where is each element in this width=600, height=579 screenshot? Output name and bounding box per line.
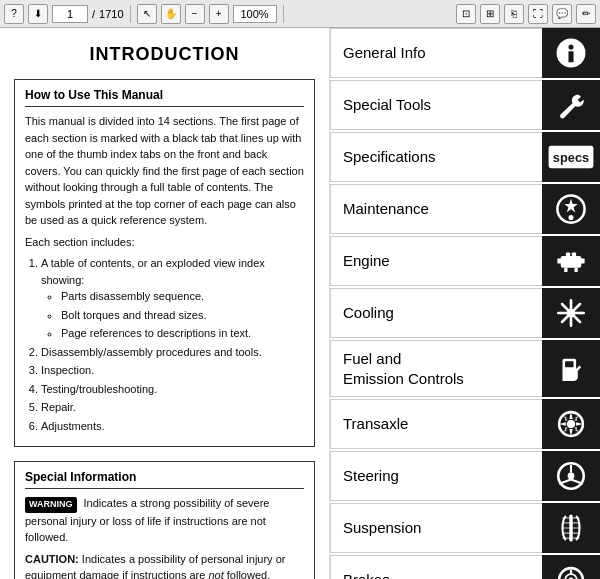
sidebar-icon-engine xyxy=(542,236,600,286)
sidebar-item-cooling[interactable]: Cooling xyxy=(330,288,600,340)
list-item-5: Repair. xyxy=(41,399,304,416)
sidebar-item-suspension[interactable]: Suspension xyxy=(330,503,600,555)
specs-icon: specs xyxy=(546,145,596,169)
sidebar-label-fuel-emission: Fuel andEmission Controls xyxy=(330,340,542,397)
download-button[interactable]: ⬇ xyxy=(28,4,48,24)
special-info-section: Special Information WARNING Indicates a … xyxy=(14,461,315,579)
sidebar-label-engine: Engine xyxy=(330,236,542,286)
svg-rect-11 xyxy=(580,258,584,263)
sidebar-label-suspension: Suspension xyxy=(330,503,542,553)
sidebar-item-special-tools[interactable]: Special Tools xyxy=(330,80,600,132)
caution1-text: CAUTION: Indicates a possibility of pers… xyxy=(25,551,304,580)
brakes-icon xyxy=(554,563,588,579)
svg-rect-8 xyxy=(566,253,570,258)
warning-line: WARNING Indicates a strong possibility o… xyxy=(25,495,304,546)
svg-rect-13 xyxy=(574,268,577,272)
zoom-out-button[interactable]: − xyxy=(185,4,205,24)
sidebar-label-maintenance: Maintenance xyxy=(330,184,542,234)
content-panel: INTRODUCTION How to Use This Manual This… xyxy=(0,28,330,579)
sidebar-item-specifications[interactable]: Specifications specs xyxy=(330,132,600,184)
sub-item-3: Page references to descriptions in text. xyxy=(61,325,304,342)
sidebar-icon-specifications: specs xyxy=(542,132,600,182)
bookmark-button[interactable]: ⎗ xyxy=(504,4,524,24)
edit-button[interactable]: ✏ xyxy=(576,4,596,24)
separator-1 xyxy=(130,5,131,23)
sidebar-label-specifications: Specifications xyxy=(330,132,542,182)
list-item-2: Disassembly/assembly procedures and tool… xyxy=(41,344,304,361)
sidebar-label-steering: Steering xyxy=(330,451,542,501)
sidebar-icon-special-tools xyxy=(542,80,600,130)
sidebar-item-maintenance[interactable]: Maintenance xyxy=(330,184,600,236)
maintenance-icon xyxy=(554,192,588,226)
sidebar-label-general-info: General Info xyxy=(330,28,542,78)
sidebar-label-cooling: Cooling xyxy=(330,288,542,338)
svg-rect-10 xyxy=(557,258,561,263)
full-screen-button[interactable]: ⛶ xyxy=(528,4,548,24)
section-list: A table of contents, or an exploded view… xyxy=(41,255,304,434)
sidebar-icon-cooling xyxy=(542,288,600,338)
page-input[interactable] xyxy=(52,5,88,23)
svg-rect-12 xyxy=(564,268,567,272)
special-info-heading: Special Information xyxy=(25,470,304,489)
fuel-icon xyxy=(554,352,588,386)
help-button[interactable]: ? xyxy=(4,4,24,24)
toolbar: ? ⬇ / 1710 ↖ ✋ − + ⊡ ⊞ ⎗ ⛶ 💬 ✏ xyxy=(0,0,600,28)
svg-rect-19 xyxy=(565,361,574,367)
how-to-use-para1: This manual is divided into 14 sections.… xyxy=(25,113,304,229)
list-item-4: Testing/troubleshooting. xyxy=(41,381,304,398)
sidebar-label-transaxle: Transaxle xyxy=(330,399,542,449)
special-info-body: WARNING Indicates a strong possibility o… xyxy=(25,495,304,579)
fit-page-button[interactable]: ⊡ xyxy=(456,4,476,24)
svg-point-6 xyxy=(568,215,573,220)
sub-item-2: Bolt torques and thread sizes. xyxy=(61,307,304,324)
cooling-icon xyxy=(554,296,588,330)
sidebar: General Info Special Tools Specification… xyxy=(330,28,600,579)
svg-point-21 xyxy=(567,420,576,429)
page-separator: / xyxy=(92,8,95,20)
sidebar-label-special-tools: Special Tools xyxy=(330,80,542,130)
how-to-use-body: This manual is divided into 14 sections.… xyxy=(25,113,304,434)
sidebar-icon-general-info xyxy=(542,28,600,78)
how-to-use-heading: How to Use This Manual xyxy=(25,88,304,107)
svg-rect-7 xyxy=(561,256,581,268)
comment-button[interactable]: 💬 xyxy=(552,4,572,24)
steering-icon xyxy=(554,459,588,493)
page-title: INTRODUCTION xyxy=(14,44,315,65)
sidebar-item-general-info[interactable]: General Info xyxy=(330,28,600,80)
sidebar-item-engine[interactable]: Engine xyxy=(330,236,600,288)
sidebar-icon-suspension xyxy=(542,503,600,553)
svg-point-1 xyxy=(568,45,573,50)
toolbar-right-group: ⊡ ⊞ ⎗ ⛶ 💬 ✏ xyxy=(456,4,596,24)
list-item-6: Adjustments. xyxy=(41,418,304,435)
sidebar-item-transaxle[interactable]: Transaxle xyxy=(330,399,600,451)
sidebar-icon-maintenance xyxy=(542,184,600,234)
sidebar-icon-brakes xyxy=(542,555,600,579)
sidebar-icon-steering xyxy=(542,451,600,501)
zoom-in-button[interactable]: + xyxy=(209,4,229,24)
list-item-1: A table of contents, or an exploded view… xyxy=(41,255,304,342)
svg-text:specs: specs xyxy=(553,150,589,165)
total-pages: 1710 xyxy=(99,8,123,20)
svg-point-23 xyxy=(568,473,575,480)
how-to-use-section: How to Use This Manual This manual is di… xyxy=(14,79,315,447)
sidebar-label-brakes: Brakes xyxy=(330,555,542,579)
sidebar-item-brakes[interactable]: Brakes xyxy=(330,555,600,579)
svg-rect-2 xyxy=(568,51,573,62)
each-section-label: Each section includes: xyxy=(25,234,304,251)
cursor-tool[interactable]: ↖ xyxy=(137,4,157,24)
sub-item-1: Parts disassembly sequence. xyxy=(61,288,304,305)
sidebar-item-steering[interactable]: Steering xyxy=(330,451,600,503)
fit-width-button[interactable]: ⊞ xyxy=(480,4,500,24)
warning-badge: WARNING xyxy=(25,497,77,513)
transaxle-icon xyxy=(554,407,588,441)
main-area: INTRODUCTION How to Use This Manual This… xyxy=(0,28,600,579)
sub-list: Parts disassembly sequence. Bolt torques… xyxy=(61,288,304,342)
info-icon xyxy=(554,36,588,70)
wrench-icon xyxy=(554,88,588,122)
sidebar-item-fuel-emission[interactable]: Fuel andEmission Controls xyxy=(330,340,600,399)
list-item-3: Inspection. xyxy=(41,362,304,379)
hand-tool[interactable]: ✋ xyxy=(161,4,181,24)
suspension-icon xyxy=(554,511,588,545)
zoom-input[interactable] xyxy=(233,5,277,23)
separator-2 xyxy=(283,5,284,23)
